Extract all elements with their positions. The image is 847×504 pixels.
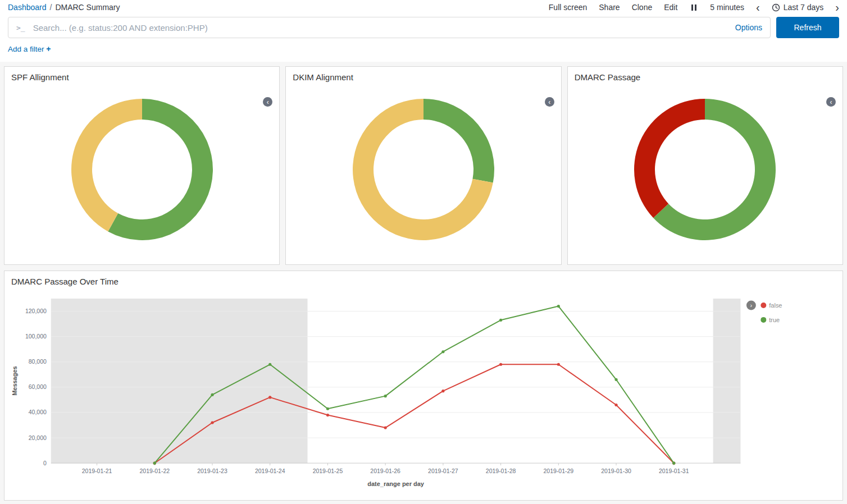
donut-slice-0[interactable] <box>424 99 494 183</box>
add-filter-link[interactable]: Add a filter + <box>8 45 51 53</box>
data-point[interactable] <box>211 393 213 396</box>
panel-dkim-alignment: DKIM Alignment ‹ <box>285 66 561 265</box>
chevron-left-icon[interactable]: ‹ <box>756 3 760 11</box>
refresh-button[interactable]: Refresh <box>776 17 839 38</box>
clock-icon <box>772 3 780 12</box>
data-point[interactable] <box>441 350 444 353</box>
data-point[interactable] <box>384 426 387 429</box>
data-point[interactable] <box>268 396 271 398</box>
panel-title: DKIM Alignment <box>286 67 561 82</box>
legend-collapse-icon[interactable]: ‹ <box>545 97 554 107</box>
data-point[interactable] <box>268 363 271 366</box>
svg-text:60,000: 60,000 <box>29 384 47 390</box>
data-point[interactable] <box>441 390 444 392</box>
svg-text:20,000: 20,000 <box>29 435 47 441</box>
svg-text:2019-01-24: 2019-01-24 <box>255 468 285 474</box>
dkim-donut-chart <box>286 82 561 257</box>
time-range-shading <box>51 299 308 463</box>
data-point[interactable] <box>557 363 560 366</box>
svg-text:2019-01-30: 2019-01-30 <box>601 468 631 474</box>
svg-text:2019-01-28: 2019-01-28 <box>486 468 516 474</box>
pause-icon[interactable] <box>689 4 698 11</box>
menu-item-share[interactable]: Share <box>599 3 620 12</box>
donut-chart-svg <box>342 88 505 251</box>
panel-title: SPF Allignment <box>4 67 279 82</box>
svg-text:2019-01-22: 2019-01-22 <box>140 468 170 474</box>
svg-text:›: › <box>750 302 753 309</box>
filter-bar: Add a filter + <box>0 38 847 61</box>
legend-item-false[interactable]: false <box>761 302 782 309</box>
data-point[interactable] <box>326 414 329 416</box>
menu-item-clone[interactable]: Clone <box>632 3 653 12</box>
donut-panels-row: SPF Allignment ‹ DKIM Alignment ‹ DMARC … <box>4 66 843 265</box>
legend-collapse-icon[interactable]: ‹ <box>826 97 836 107</box>
search-input[interactable] <box>32 22 728 33</box>
donut-chart-svg <box>61 88 224 251</box>
svg-text:2019-01-26: 2019-01-26 <box>370 468 400 474</box>
data-point[interactable] <box>211 421 213 424</box>
header: Dashboard / DMARC Summary Full screen Sh… <box>0 0 847 62</box>
search-box: >_ Options <box>8 17 771 38</box>
donut-slice-1[interactable] <box>634 99 705 218</box>
svg-text:2019-01-29: 2019-01-29 <box>544 468 574 474</box>
search-bar-row: >_ Options Refresh <box>0 15 847 38</box>
svg-text:0: 0 <box>43 460 47 466</box>
kibana-dashboard-app: Dashboard / DMARC Summary Full screen Sh… <box>0 0 847 504</box>
breadcrumb-dashboard-link[interactable]: Dashboard <box>8 3 47 12</box>
breadcrumb-separator: / <box>50 3 52 12</box>
line-chart-svg: 020,00040,00060,00080,000100,000120,0002… <box>8 299 840 498</box>
dmarc-over-time-line-chart: 020,00040,00060,00080,000100,000120,0002… <box>4 286 843 500</box>
spf-donut-chart <box>4 82 279 257</box>
svg-text:2019-01-21: 2019-01-21 <box>82 468 112 474</box>
svg-text:true: true <box>769 317 780 323</box>
page-title: DMARC Summary <box>55 3 120 12</box>
donut-slice-1[interactable] <box>71 99 142 231</box>
data-point[interactable] <box>384 395 387 397</box>
data-point[interactable] <box>326 407 329 410</box>
data-point[interactable] <box>153 462 156 465</box>
menu-item-edit[interactable]: Edit <box>664 3 677 12</box>
time-picker[interactable]: Last 7 days <box>772 3 824 12</box>
svg-text:100,000: 100,000 <box>25 333 47 340</box>
svg-text:false: false <box>769 302 782 309</box>
panel-dmarc-passage-over-time: DMARC Passage Over Time 020,00040,00060,… <box>4 271 843 501</box>
y-axis-label: Messages <box>11 366 18 395</box>
query-prompt-icon: >_ <box>16 24 25 32</box>
data-point[interactable] <box>614 404 617 406</box>
svg-text:2019-01-27: 2019-01-27 <box>428 468 458 474</box>
x-axis-label: date_range per day <box>367 480 424 487</box>
data-point[interactable] <box>499 319 502 322</box>
breadcrumb: Dashboard / DMARC Summary <box>8 3 120 12</box>
svg-text:2019-01-31: 2019-01-31 <box>659 468 689 474</box>
legend-item-true[interactable]: true <box>761 317 780 323</box>
donut-chart-svg <box>623 88 786 251</box>
time-range-shading <box>713 299 741 463</box>
data-point[interactable] <box>672 462 675 465</box>
legend-toggle-icon[interactable]: › <box>746 300 756 310</box>
data-point[interactable] <box>557 305 560 308</box>
panel-title: DMARC Passage Over Time <box>4 271 843 286</box>
svg-text:2019-01-23: 2019-01-23 <box>197 468 227 474</box>
data-point[interactable] <box>499 363 502 366</box>
menu-item-full-screen[interactable]: Full screen <box>549 3 587 12</box>
panel-dmarc-passage: DMARC Passage ‹ <box>567 66 843 265</box>
svg-text:80,000: 80,000 <box>29 359 47 365</box>
chevron-right-icon[interactable]: › <box>835 3 839 11</box>
time-range-label: Last 7 days <box>784 3 824 12</box>
data-point[interactable] <box>614 378 617 381</box>
panel-spf-alignment: SPF Allignment ‹ <box>4 66 280 265</box>
plus-icon: + <box>46 44 51 53</box>
refresh-interval-link[interactable]: 5 minutes <box>710 3 744 12</box>
svg-text:2019-01-25: 2019-01-25 <box>313 468 343 474</box>
top-menu: Full screen Share Clone Edit 5 minutes ‹… <box>549 3 839 12</box>
svg-text:40,000: 40,000 <box>29 409 47 415</box>
top-nav-bar: Dashboard / DMARC Summary Full screen Sh… <box>0 0 847 15</box>
panel-title: DMARC Passage <box>568 67 843 82</box>
options-link[interactable]: Options <box>735 23 762 32</box>
dashboard-grid: SPF Allignment ‹ DKIM Alignment ‹ DMARC … <box>0 62 847 501</box>
svg-text:120,000: 120,000 <box>25 308 47 314</box>
dmarc-donut-chart <box>568 82 843 257</box>
